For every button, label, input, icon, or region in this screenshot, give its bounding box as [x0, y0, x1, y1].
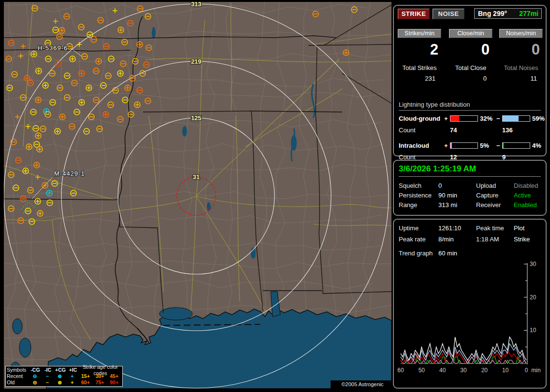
datetime-display: 3/6/2026 1:25:19 AM — [399, 164, 541, 177]
svg-text:10: 10 — [530, 327, 536, 334]
upload-label: Upload — [476, 182, 496, 189]
stormvue-window: { "map": { "copyright": "©2005 Astrogeni… — [0, 0, 550, 392]
legend-symbol-negIC: − — [41, 379, 54, 386]
cloud-ground-row: Cloud-ground + 32% − 59% — [399, 115, 544, 122]
squelch-value: 0 — [438, 182, 442, 189]
info-row: Peak rate 8/min 1:18 AM Strike — [399, 236, 543, 243]
svg-text:20: 20 — [481, 367, 488, 374]
cg-pos-percent: 32% — [480, 115, 492, 122]
map-view[interactable]: H-5369-6M-4429-1 31321912531 Symbols -CG… — [4, 2, 391, 389]
strike-stats-panel: STRIKE NOISE Bng 299° 277mi Strikes/min … — [393, 5, 547, 156]
legend-age-code: 60+ — [78, 379, 93, 386]
legend-age-code: 75+ — [93, 379, 107, 386]
storm-cell-label: M-4429-1 — [54, 170, 85, 177]
storm-cell-label: H-5369-6 — [38, 44, 68, 52]
plot-label: Plot — [514, 224, 524, 232]
legend-row-recent: Recent⊖−⊕+15+30+45+ — [7, 373, 121, 379]
total-strikes-label: Total Strikes — [396, 64, 443, 71]
peak-time-value: 1:18 AM — [476, 236, 499, 243]
noises-per-min-column: Noises/min 0 Total Noises 11 — [497, 29, 545, 82]
strikes-per-min-column: Strikes/min 2 Total Strikes 231 — [396, 29, 443, 82]
total-strikes-value: 231 — [396, 75, 443, 82]
persistence-value: 90 min — [438, 192, 457, 199]
count-label: Count — [399, 126, 416, 134]
minus-sign: − — [496, 115, 500, 122]
legend-type-ic-pos: +IC — [67, 367, 79, 373]
total-close-value: 0 — [447, 75, 494, 82]
status-row: Squelch 0 Upload Disabled — [399, 182, 543, 190]
svg-text:50: 50 — [419, 367, 425, 374]
close-per-min-button[interactable]: Close/min — [449, 29, 492, 38]
total-close-label: Total Close — [447, 64, 494, 71]
trend-panel: Uptime 1261:10 Peak time Plot Peak rate … — [393, 219, 547, 389]
legend-age-code: 45+ — [107, 373, 121, 379]
noises-per-min-button[interactable]: Noises/min — [499, 29, 543, 38]
distribution-title: Lightning type distribution — [399, 101, 541, 111]
legend-symbol-posCG: ⊕ — [54, 379, 66, 386]
plus-sign: + — [444, 115, 448, 122]
legend-symbol-posIC: + — [66, 379, 78, 386]
noises-per-min-value: 0 — [497, 41, 545, 58]
cg-count-row: Count 74 136 — [399, 126, 416, 134]
status-panel: 3/6/2026 1:25:19 AM Squelch 0 Upload Dis… — [393, 160, 547, 216]
trend-chart: 1020306050403020100min — [397, 261, 544, 378]
strike-legend: Symbols -CG -IC +CG +IC Strike age color… — [5, 366, 123, 387]
legend-age-code: 15+ — [78, 373, 93, 379]
legend-row-old: Old⊖−⊕+60+75+90+ — [7, 379, 121, 386]
intracloud-label: Intracloud — [399, 142, 429, 149]
ic-pos-bar — [450, 142, 478, 149]
noise-toggle-button[interactable]: NOISE — [433, 9, 464, 19]
persistence-label: Persistence — [399, 192, 432, 199]
svg-text:30: 30 — [530, 261, 536, 267]
bearing-label: Bng 299° — [475, 10, 507, 17]
peak-time-label: Peak time — [476, 224, 504, 232]
uptime-label: Uptime — [399, 224, 419, 232]
copyright: ©2005 Astrogenic Systems — [331, 380, 391, 389]
squelch-label: Squelch — [399, 182, 421, 189]
trend-graph-label: Trend graph — [399, 250, 433, 257]
legend-age-code: 90+ — [107, 379, 121, 386]
svg-text:10: 10 — [502, 367, 509, 374]
info-row: Uptime 1261:10 Peak time Plot — [399, 224, 543, 232]
ring-label-125: 125 — [191, 114, 202, 122]
legend-type-cg-neg: -CG — [29, 367, 42, 373]
map-canvas: H-5369-6M-4429-1 31321912531 — [4, 2, 391, 389]
status-row: Persistence 90 min Capture Active — [399, 192, 543, 199]
svg-text:0: 0 — [525, 367, 528, 374]
receiver-status: Enabled — [514, 201, 537, 209]
bearing-range: 277mi — [519, 9, 538, 18]
trend-window-value: 60 min — [438, 250, 457, 257]
svg-text:60: 60 — [397, 367, 404, 374]
legend-symbol-negIC: − — [41, 373, 54, 379]
total-noises-value: 11 — [497, 75, 545, 82]
plot-mode-value: Strike — [514, 236, 530, 243]
upload-status: Disabled — [514, 182, 538, 189]
range-label: Range — [399, 201, 417, 209]
ic-neg-bar — [502, 142, 530, 149]
cg-neg-bar — [502, 115, 530, 122]
uptime-value: 1261:10 — [438, 224, 461, 232]
trend-graph-row: Trend graph 60 min — [399, 250, 543, 257]
legend-symbol-posIC: + — [66, 373, 78, 379]
ring-label-31: 31 — [193, 173, 200, 181]
strikes-per-min-button[interactable]: Strikes/min — [398, 29, 441, 38]
cg-pos-count: 74 — [450, 126, 457, 134]
peak-rate-label: Peak rate — [399, 236, 426, 243]
legend-symbol-posCG: ⊕ — [54, 373, 66, 379]
legend-age-label: Recent — [7, 373, 29, 379]
status-row: Range 313 mi Receiver Enabled — [399, 201, 543, 209]
capture-status: Active — [514, 192, 531, 199]
legend-age-code: 30+ — [93, 373, 107, 379]
bearing-indicator: Bng 299° 277mi — [474, 8, 542, 19]
legend-type-ic-neg: -IC — [42, 367, 54, 373]
total-noises-label: Total Noises — [497, 64, 545, 71]
legend-age-label: Old — [7, 379, 29, 386]
capture-label: Capture — [476, 192, 498, 199]
plus-sign: + — [444, 142, 448, 149]
cg-neg-count: 136 — [502, 126, 513, 134]
strike-toggle-button[interactable]: STRIKE — [398, 9, 430, 19]
ic-neg-percent: 4% — [532, 142, 541, 149]
cloud-ground-label: Cloud-ground — [399, 115, 440, 122]
peak-rate-value: 8/min — [438, 236, 454, 243]
ring-label-313: 313 — [191, 2, 202, 8]
